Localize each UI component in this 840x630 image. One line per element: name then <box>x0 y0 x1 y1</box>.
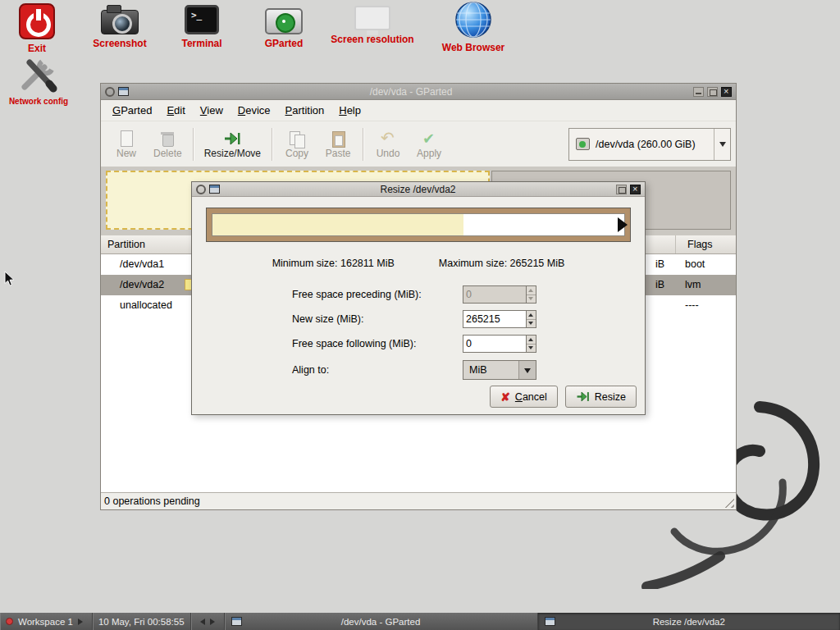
new-partition-icon <box>117 130 135 148</box>
workspace-next-icon[interactable] <box>78 619 86 625</box>
desktop-icon-label: Network config <box>2 97 75 106</box>
free-space-following-spinbox <box>463 335 536 353</box>
spin-down-icon <box>527 295 536 304</box>
menu-help[interactable]: Help <box>332 102 368 119</box>
workspace-switcher[interactable]: Workspace 1 <box>0 613 93 630</box>
paste-button[interactable]: Paste <box>317 125 358 163</box>
globe-icon[interactable] <box>454 1 492 39</box>
new-button[interactable]: New <box>106 125 147 163</box>
desktop-icon-terminal: Terminal <box>169 5 235 49</box>
menu-edit[interactable]: Edit <box>160 102 191 119</box>
device-combo[interactable]: /dev/vda (260.00 GiB) <box>568 128 731 161</box>
spin-up-icon[interactable] <box>527 311 536 320</box>
desktop-icon-label: GParted <box>251 38 317 49</box>
dialog-buttons: Cancel Resize <box>490 386 637 408</box>
align-to-combo[interactable]: MiB <box>463 360 536 380</box>
desktop-icon-web-browser: Web Browser <box>424 1 523 53</box>
resize-dialog: Resize /dev/vda2 Minimum size: 162811 Mi… <box>191 181 646 415</box>
spin-down-icon[interactable] <box>527 345 536 353</box>
tools-icon[interactable] <box>20 57 57 94</box>
desktop-icon-label: Exit <box>8 43 66 54</box>
window-title: /dev/vda - GParted <box>132 86 690 98</box>
resize-button[interactable]: Resize <box>565 386 637 408</box>
desktop-icon-exit: Exit <box>8 3 66 54</box>
tasklist-scroll <box>191 613 225 630</box>
window-menu-icon[interactable] <box>105 87 115 97</box>
desktop-icon-gparted: GParted <box>251 2 317 49</box>
taskbar: Workspace 1 10 May, Fri 00:58:55 /dev/vd… <box>0 613 840 630</box>
undo-button[interactable]: Undo <box>368 125 409 163</box>
minimize-button[interactable] <box>693 87 704 97</box>
resize-move-icon <box>223 130 241 148</box>
copy-icon <box>288 130 306 148</box>
menu-view[interactable]: View <box>194 102 230 119</box>
size-limits: Minimum size: 162811 MiB Maximum size: 2… <box>192 258 645 269</box>
resize-slider[interactable] <box>206 208 631 242</box>
desktop-icon-screenshot: Screenshot <box>87 2 153 49</box>
desktop-icon-label: Terminal <box>169 38 235 49</box>
apply-check-icon <box>420 130 438 148</box>
new-size-label: New size (MiB): <box>292 313 463 325</box>
operations-pending-text: 0 operations pending <box>104 495 200 507</box>
gparted-titlebar[interactable]: /dev/vda - GParted <box>101 84 736 100</box>
menu-gparted[interactable]: GParted <box>106 102 158 119</box>
drive-icon <box>576 138 590 150</box>
free-space-preceding-input <box>463 286 526 303</box>
desktop-icon-label: Screenshot <box>87 38 153 49</box>
new-size-input[interactable] <box>463 311 526 327</box>
undo-icon <box>379 130 397 148</box>
menu-partition[interactable]: Partition <box>279 102 331 119</box>
column-header-partition[interactable]: Partition <box>101 235 192 253</box>
dialog-titlebar[interactable]: Resize /dev/vda2 <box>192 182 645 197</box>
delete-icon <box>158 130 176 148</box>
spin-up-icon[interactable] <box>527 336 536 345</box>
desktop-icon-label: Screen resolution <box>323 34 422 45</box>
monitor-icon[interactable] <box>354 6 390 30</box>
minimum-size-label: Minimum size: 162811 MiB <box>272 258 395 269</box>
cancel-button[interactable]: Cancel <box>490 386 558 408</box>
dialog-close-button[interactable] <box>630 185 641 194</box>
copy-button[interactable]: Copy <box>276 125 317 163</box>
resize-move-button[interactable]: Resize/Move <box>198 125 267 163</box>
workspace-label: Workspace 1 <box>18 617 73 627</box>
menu-device[interactable]: Device <box>231 102 277 119</box>
gparted-disk-icon[interactable] <box>265 8 303 34</box>
device-combo-arrow-icon[interactable] <box>714 129 730 160</box>
apply-button[interactable]: Apply <box>409 125 450 163</box>
desktop-icon-label: Web Browser <box>424 42 523 53</box>
resize-arrow-icon <box>576 390 590 404</box>
task-button-gparted[interactable]: /dev/vda - GParted <box>225 613 538 630</box>
task-button-resize-dialog[interactable]: Resize /dev/vda2 <box>538 613 840 630</box>
free-space-following-input[interactable] <box>463 336 526 352</box>
resize-grow-handle-icon[interactable] <box>618 217 628 232</box>
mouse-cursor <box>4 271 16 288</box>
spin-up-icon <box>527 286 536 295</box>
free-space-preceding-spinbox <box>463 285 536 304</box>
delete-button[interactable]: Delete <box>147 125 189 163</box>
spin-down-icon[interactable] <box>527 320 536 328</box>
menubar: GParted Edit View Device Partition Help <box>101 100 736 121</box>
align-to-label: Align to: <box>292 364 463 376</box>
toolbar-separator <box>272 128 272 161</box>
maximize-button[interactable] <box>707 87 718 97</box>
window-menu-icon[interactable] <box>196 185 206 194</box>
device-combo-value: /dev/vda (260.00 GiB) <box>596 139 696 150</box>
tasklist-scroll-left-icon[interactable] <box>197 619 205 625</box>
task-window-icon <box>545 617 555 626</box>
tasklist-scroll-right-icon[interactable] <box>210 619 218 625</box>
align-to-value: MiB <box>463 364 518 376</box>
resize-form: Free space preceding (MiB): New size (Mi… <box>292 282 645 382</box>
clock: 10 May, Fri 00:58:55 <box>93 613 191 630</box>
close-button[interactable] <box>721 87 732 97</box>
camera-icon[interactable] <box>101 10 139 34</box>
desktop: Exit Screenshot Terminal GParted Screen … <box>0 0 840 630</box>
toolbar-separator <box>363 128 363 161</box>
toolbar-separator <box>193 128 194 161</box>
dialog-maximize-button[interactable] <box>616 185 627 194</box>
resize-bar-used <box>212 214 463 235</box>
terminal-icon[interactable] <box>185 5 219 34</box>
column-header-flags[interactable]: Flags <box>675 235 736 253</box>
align-combo-arrow-icon[interactable] <box>518 361 536 379</box>
exit-icon[interactable] <box>19 3 55 39</box>
resize-grip[interactable] <box>724 497 734 508</box>
